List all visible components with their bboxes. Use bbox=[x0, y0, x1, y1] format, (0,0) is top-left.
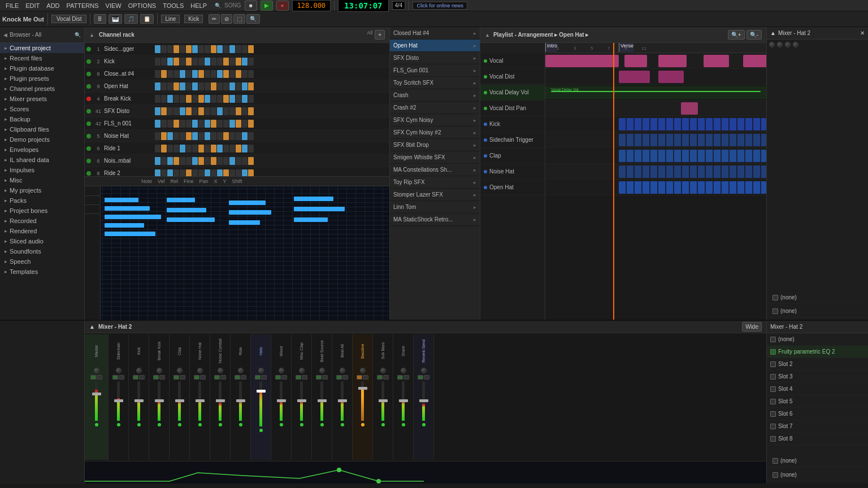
pad-0-13[interactable] bbox=[236, 45, 241, 53]
pad-4-6[interactable] bbox=[192, 95, 198, 103]
ch-btn-sn2[interactable] bbox=[403, 375, 409, 380]
ch-knob-bk[interactable] bbox=[157, 368, 162, 373]
sidebar-item-my-projects[interactable]: ▸My projects bbox=[0, 185, 84, 195]
kick-pattern[interactable] bbox=[619, 118, 766, 130]
pad-1-5[interactable] bbox=[186, 58, 192, 66]
pad-1-8[interactable] bbox=[205, 58, 210, 66]
pad-7-5[interactable] bbox=[186, 132, 192, 140]
pad-4-15[interactable] bbox=[248, 95, 254, 103]
pad-10-10[interactable] bbox=[217, 169, 223, 177]
pad-7-15[interactable] bbox=[248, 132, 254, 140]
pad-5-9[interactable] bbox=[211, 107, 216, 115]
pad-7-7[interactable] bbox=[198, 132, 204, 140]
sidebar-search[interactable]: 🔍 bbox=[75, 32, 81, 38]
pad-8-9[interactable] bbox=[211, 145, 216, 152]
pad-2-14[interactable] bbox=[242, 70, 248, 78]
pad-5-13[interactable] bbox=[236, 107, 241, 115]
ch-fader-hats[interactable] bbox=[259, 381, 262, 426]
clap-pattern[interactable] bbox=[619, 150, 766, 162]
fx-cb-4[interactable] bbox=[770, 386, 776, 392]
sidebar-item-packs[interactable]: ▸Packs bbox=[0, 195, 84, 206]
sidebar-item-clipboard-files[interactable]: ▸Clipboard files bbox=[0, 124, 84, 134]
ch-knob-clap[interactable] bbox=[177, 368, 183, 373]
ch-btn-nc1[interactable] bbox=[214, 375, 220, 380]
pad-6-3[interactable] bbox=[173, 120, 179, 128]
pad-2-15[interactable] bbox=[248, 70, 254, 78]
clip-vdpan-1[interactable] bbox=[681, 102, 698, 115]
ch-btn-nh1[interactable] bbox=[194, 375, 199, 380]
pad-10-11[interactable] bbox=[223, 169, 229, 177]
ch-knob-master[interactable] bbox=[94, 368, 99, 373]
pad-1-13[interactable] bbox=[236, 58, 241, 66]
pad-9-8[interactable] bbox=[205, 157, 210, 165]
fx-cb-3[interactable] bbox=[770, 374, 776, 380]
ch-knob-wood[interactable] bbox=[279, 368, 284, 373]
ch-knob-sb[interactable] bbox=[380, 368, 386, 373]
erase-tool[interactable]: ⊘ bbox=[221, 14, 232, 24]
pad-3-15[interactable] bbox=[248, 82, 254, 90]
ch-knob-ba[interactable] bbox=[340, 368, 345, 373]
channel-row-8[interactable]: 6 Ride 1 bbox=[85, 142, 389, 155]
automation-delay-vol[interactable]: Vocal Delay Vol bbox=[545, 86, 766, 99]
channel-row-4[interactable]: 4 Break Kick bbox=[85, 93, 389, 105]
pad-9-13[interactable] bbox=[236, 157, 241, 165]
ch-btn-r2[interactable] bbox=[241, 375, 246, 380]
sidebar-item-misc[interactable]: ▸Misc bbox=[0, 175, 84, 185]
pad-6-9[interactable] bbox=[211, 120, 216, 128]
pad-4-11[interactable] bbox=[223, 95, 229, 103]
ch-btn-mc2[interactable] bbox=[302, 375, 307, 380]
ch-thumb-sb[interactable] bbox=[379, 399, 388, 402]
pad-1-10[interactable] bbox=[217, 58, 223, 66]
pad-3-14[interactable] bbox=[242, 82, 248, 90]
pad-7-1[interactable] bbox=[161, 132, 167, 140]
ch-btn-bs1[interactable] bbox=[316, 375, 322, 380]
arr-zoom-in[interactable]: 🔍+ bbox=[728, 30, 745, 40]
ch-btn-h1[interactable] bbox=[255, 375, 261, 380]
ch-fader-mc[interactable] bbox=[300, 381, 303, 421]
ch-btn-rev1[interactable] bbox=[418, 375, 423, 380]
ch-btn-mute[interactable] bbox=[97, 375, 102, 380]
pad-6-6[interactable] bbox=[192, 120, 198, 128]
pad-8-15[interactable] bbox=[248, 145, 254, 152]
ch-fader-rev[interactable] bbox=[422, 381, 425, 421]
open-hat-pattern[interactable] bbox=[619, 181, 766, 194]
pad-4-13[interactable] bbox=[236, 95, 241, 103]
stop-button[interactable]: ■ bbox=[245, 1, 257, 11]
ch-btn-sb2[interactable] bbox=[383, 375, 389, 380]
pad-1-0[interactable] bbox=[155, 58, 160, 66]
pad-4-5[interactable] bbox=[186, 95, 192, 103]
pad-10-4[interactable] bbox=[180, 169, 185, 177]
pad-4-12[interactable] bbox=[229, 95, 235, 103]
ch-thumb-snare[interactable] bbox=[399, 399, 408, 402]
ch-thumb-rev[interactable] bbox=[419, 399, 428, 402]
ch-thumb-kick[interactable] bbox=[134, 399, 144, 402]
pad-2-8[interactable] bbox=[205, 70, 210, 78]
pad-3-0[interactable] bbox=[155, 82, 160, 90]
pad-7-11[interactable] bbox=[223, 132, 229, 140]
pad-2-12[interactable] bbox=[229, 70, 235, 78]
pad-9-3[interactable] bbox=[173, 157, 179, 165]
ch-fader-nh[interactable] bbox=[198, 381, 201, 421]
pad-0-2[interactable] bbox=[167, 45, 173, 53]
ch-thumb-wood[interactable] bbox=[277, 399, 286, 402]
pad-9-11[interactable] bbox=[223, 157, 229, 165]
zoom-tool[interactable]: 🔍 bbox=[246, 14, 260, 24]
pad-2-3[interactable] bbox=[173, 70, 179, 78]
pad-6-1[interactable] bbox=[161, 120, 167, 128]
pad-9-0[interactable] bbox=[155, 157, 160, 165]
channel-row-7[interactable]: 5 Noise Hat bbox=[85, 130, 389, 142]
pad-4-1[interactable] bbox=[161, 95, 167, 103]
pad-3-3[interactable] bbox=[173, 82, 179, 90]
fx-send-none-1[interactable]: (none) bbox=[769, 291, 866, 304]
inst-item-11[interactable]: MA Constellations Sh...▸ bbox=[390, 164, 480, 176]
pad-0-6[interactable] bbox=[192, 45, 198, 53]
ch-fader-master[interactable] bbox=[95, 381, 98, 421]
pad-6-13[interactable] bbox=[236, 120, 241, 128]
ch-knob-nc[interactable] bbox=[218, 368, 223, 373]
pad-8-8[interactable] bbox=[205, 145, 210, 152]
pad-1-11[interactable] bbox=[223, 58, 229, 66]
pad-7-10[interactable] bbox=[217, 132, 223, 140]
pad-5-3[interactable] bbox=[173, 107, 179, 115]
pad-5-6[interactable] bbox=[192, 107, 198, 115]
pad-9-4[interactable] bbox=[180, 157, 185, 165]
